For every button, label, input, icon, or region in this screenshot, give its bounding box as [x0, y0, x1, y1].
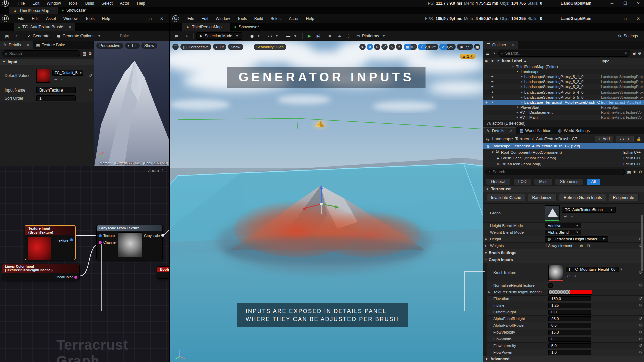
tab-thirdpersonmap[interactable]: ▲ThirdPersonMap [182, 23, 230, 31]
maximize-button[interactable]: □ [620, 16, 631, 21]
selection-mode-dropdown[interactable]: ➤ Selection Mode ▼ [196, 32, 242, 40]
visibility-icon[interactable] [483, 75, 489, 78]
property-select[interactable]: ◍Terracrust Height Painter▼ [545, 236, 608, 242]
show-dropdown[interactable]: Show [228, 44, 243, 50]
pin-icon[interactable] [495, 101, 501, 104]
property-row[interactable]: NormalizeHeightTexture↺ [487, 282, 644, 289]
number-field[interactable]: 150,0 [548, 296, 591, 301]
component-row[interactable]: ◎Landscape_Terracrust_AutoTextureBrush_C… [483, 143, 644, 149]
move-tool-icon[interactable]: ✥ [367, 44, 373, 50]
number-field[interactable]: 5,0 [548, 343, 591, 348]
menu-build[interactable]: Build [82, 1, 98, 6]
visibility-icon[interactable]: ◉ [483, 101, 489, 104]
outliner-search-input[interactable]: ⌕ Search... ▼ [498, 50, 630, 57]
menu-edit[interactable]: Edit [28, 16, 42, 21]
visibility-icon[interactable] [483, 96, 489, 99]
filter-chip-all[interactable]: All [586, 178, 601, 185]
node-grayscale-from-texture[interactable]: Grayscale From Texture Texture Channel [96, 225, 163, 260]
settings-button[interactable]: ⚙ Settings [615, 33, 641, 39]
generate-button[interactable]: ✓ Generate [24, 33, 52, 39]
scale-snap-toggle[interactable]: ↗ 0,25 [439, 44, 456, 50]
display-filter-icon[interactable]: ▦ [627, 170, 631, 174]
property-row[interactable]: ▶Brush Settings [483, 249, 644, 256]
menu-tools[interactable]: Tools [82, 16, 98, 21]
property-row[interactable]: Height Blend ModeAdditive▼ [483, 223, 644, 229]
details-scrollbar[interactable] [641, 215, 643, 272]
lit-dropdown[interactable]: ◐ Lit [213, 44, 226, 50]
reset-icon[interactable]: ↺ [637, 323, 644, 328]
node-linear-color-input[interactable]: Linear Color Input (TextureBrushHeightCh… [2, 264, 80, 280]
outliner-row[interactable]: ★●LandscapeStreamingProxy_5_5_0Landscape… [483, 95, 644, 100]
checkbox[interactable] [548, 283, 553, 288]
platforms-dropdown[interactable]: ▭ Platforms ▼ [354, 33, 388, 39]
viewport-menu-icon[interactable]: ☰ [172, 44, 179, 50]
menu-window[interactable]: Window [60, 16, 82, 21]
property-row[interactable]: ▶Height◍Terracrust Height Painter▼↺ [483, 236, 644, 243]
perspective-button[interactable]: Perspective [96, 43, 123, 49]
save-icon[interactable]: ▤ [3, 34, 11, 38]
star-icon[interactable]: ★ [489, 96, 495, 99]
component-row[interactable]: ◍Brush Icon (IconComp)Edit in C++ [483, 161, 644, 167]
property-row[interactable]: ▶Weights1 Array element⊕⊟↺ [483, 243, 644, 249]
select-tool-icon[interactable]: ➤ [359, 44, 366, 50]
pin-icon[interactable] [495, 90, 501, 94]
tab-details[interactable]: ✎ Details ✕ [0, 41, 33, 49]
star-icon[interactable]: ★ [489, 85, 495, 88]
pin-icon[interactable] [495, 80, 501, 83]
use-selected-asset-icon[interactable]: ↩ [567, 274, 570, 278]
menu-help[interactable]: Help [133, 1, 149, 6]
tab-details[interactable]: ✎Details✕ [483, 127, 516, 134]
randomize-button[interactable]: Randomize [528, 194, 557, 201]
menu-window[interactable]: Window [43, 1, 65, 6]
menu-window[interactable]: Window [212, 16, 234, 21]
edit-in-cpp-link[interactable]: Edit in C++ [623, 150, 644, 154]
property-row[interactable]: FlowIntensity5,0↺ [487, 343, 644, 349]
property-row[interactable]: FlowPower1,0↺ [487, 349, 644, 356]
scale-tool-icon[interactable]: ⤢ [381, 44, 388, 50]
stop-button[interactable]: ■ [326, 34, 333, 38]
input-name-field[interactable]: BrushTexture [36, 87, 76, 93]
favorites-icon[interactable]: ★ [633, 170, 636, 174]
number-field[interactable]: 1,0 [548, 350, 591, 355]
tab-world-partition[interactable]: ▦World Partition [516, 127, 555, 134]
menu-edit[interactable]: Edit [29, 1, 43, 6]
menu-file[interactable]: File [184, 16, 198, 21]
menu-actor[interactable]: Actor [285, 16, 302, 21]
minimize-button[interactable]: ─ [606, 16, 618, 21]
filter-chip-streaming[interactable]: Streaming [555, 178, 584, 185]
menu-help[interactable]: Help [302, 16, 318, 21]
edit-in-cpp-link[interactable]: Edit in C++ [623, 156, 644, 160]
display-filter-icon[interactable]: ▦ [83, 51, 86, 56]
reset-icon[interactable]: ↺ [637, 330, 644, 335]
number-field[interactable]: 0,5 [548, 323, 591, 328]
gear-icon[interactable]: ⚙ [638, 51, 641, 56]
tab-outliner[interactable]: ☰ Outliner ✕ [483, 41, 518, 49]
close-button[interactable]: ✕ [156, 16, 167, 21]
restore-button[interactable]: ❐ [620, 1, 631, 6]
unlock-icon[interactable]: 🔓 [636, 137, 641, 141]
reset-icon[interactable]: ↺ [637, 283, 644, 288]
node-texture-input[interactable]: Texture Input (BrushTexture) Texture [25, 225, 76, 260]
use-selected-asset-icon[interactable]: ↩ [54, 77, 58, 82]
menu-file[interactable]: File [15, 1, 29, 6]
outliner-header[interactable]: ◉ ★ ⚑ Item Label▲ Type [483, 58, 644, 64]
default-value-asset-select[interactable]: TC_Default_B ▼ [52, 70, 83, 76]
minimize-button[interactable]: ─ [133, 16, 145, 21]
edit-brush-link[interactable]: Edit Terracrust_AutoText [601, 100, 644, 104]
refresh-graph-inputs-button[interactable]: Refresh Graph Inputs [559, 194, 606, 201]
reset-icon[interactable]: ↺ [637, 337, 644, 341]
star-icon[interactable]: ★ [489, 90, 495, 94]
gear-icon[interactable]: ⚙ [638, 170, 642, 174]
property-row[interactable]: Elevation150,0↺ [487, 296, 644, 302]
blueprints-button[interactable]: ⊶▼ [265, 33, 281, 39]
generate-options-button[interactable]: ▦ Generate Options ▼ [54, 33, 103, 39]
outliner-row[interactable]: ●RVT_MainRuntimeVirtualTextureVol [483, 115, 644, 120]
edit-in-cpp-link[interactable]: Edit in C++ [623, 162, 644, 166]
property-row[interactable]: GraphTC_AutoTextureBrush▼↩⌕ [483, 204, 644, 223]
number-field[interactable]: 1,25 [548, 303, 591, 308]
browse-to-asset-icon[interactable]: ⌕ [571, 214, 573, 219]
number-field[interactable]: 0,0 [548, 310, 591, 315]
advanced-section-header[interactable]: ▶ Advanced [483, 356, 644, 362]
maximize-button[interactable]: □ [145, 16, 156, 21]
filter-chip-lod[interactable]: LOD [513, 178, 532, 185]
